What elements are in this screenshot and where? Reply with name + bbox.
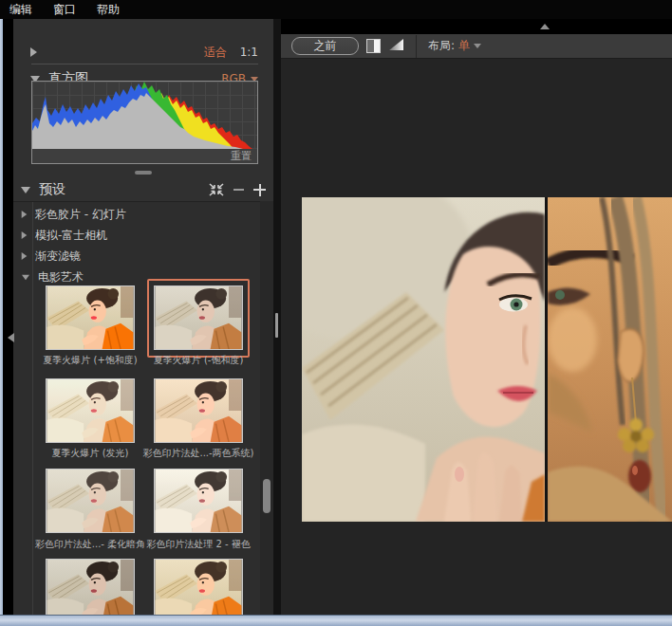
- one-to-one-zoom-button[interactable]: 1:1: [240, 46, 258, 59]
- preset-thumbnail-4[interactable]: [154, 378, 243, 443]
- category-label: 电影艺术: [38, 269, 84, 285]
- preset-thumbnail-3[interactable]: [46, 378, 135, 443]
- menu-help[interactable]: 帮助: [97, 2, 120, 18]
- menu-window[interactable]: 窗口: [53, 2, 76, 18]
- layout-value: 单: [458, 38, 470, 54]
- before-button[interactable]: 之前: [291, 37, 359, 55]
- image-canvas: [281, 59, 672, 615]
- category-label: 彩色胶片 - 幻灯片: [35, 207, 126, 223]
- chevron-down-icon: [474, 44, 481, 48]
- preset-label: 彩色印片法处理 2 - 褪色: [141, 538, 255, 551]
- left-collapse-rail: [3, 19, 13, 615]
- collapse-thumbnails-icon[interactable]: [209, 183, 224, 196]
- panel-divider[interactable]: [273, 19, 281, 615]
- collapse-icon: [22, 274, 29, 280]
- expand-navigator-icon[interactable]: [30, 47, 37, 57]
- collapse-top-panel-icon[interactable]: [540, 24, 550, 29]
- presets-scrollbar-track[interactable]: [260, 201, 273, 615]
- grid-view-icon[interactable]: [187, 184, 199, 196]
- separator: [31, 64, 258, 64]
- histogram-curves: [32, 82, 257, 149]
- portrait-photo: [302, 197, 672, 522]
- preview-toolbar: 之前 布局: 单: [281, 34, 672, 59]
- preset-thumbnail-2-selected[interactable]: [154, 285, 243, 350]
- split-preview-icon[interactable]: [366, 39, 381, 53]
- preset-label: 夏季火爆片 (发光): [33, 447, 147, 460]
- preset-thumbnail-8[interactable]: [154, 559, 243, 615]
- layout-dropdown[interactable]: 布局: 单: [428, 38, 481, 54]
- left-panel: 适合 1:1 直方图 RGB 重置 预设: [13, 19, 273, 615]
- category-label: 模拟-富士相机: [35, 228, 107, 244]
- preset-thumbnail-5[interactable]: [46, 469, 135, 533]
- work-area: 之前 布局: 单: [281, 19, 672, 615]
- add-preset-icon[interactable]: [253, 184, 266, 196]
- preset-category-gradient-filter[interactable]: 渐变滤镜: [21, 247, 258, 266]
- panel-resize-handle[interactable]: [135, 171, 152, 175]
- fit-zoom-button[interactable]: 适合: [204, 45, 227, 61]
- presets-list: 彩色胶片 - 幻灯片 模拟-富士相机 渐变滤镜 电影艺术 夏季火爆片 (+饱和度…: [13, 201, 273, 615]
- layout-label: 布局:: [428, 38, 455, 54]
- before-after-split-line[interactable]: [545, 197, 548, 522]
- presets-scrollbar-thumb[interactable]: [263, 479, 271, 513]
- preset-label: 夏季火爆片 (-饱和度): [141, 354, 255, 367]
- soft-proof-icon[interactable]: [388, 37, 404, 55]
- reset-button[interactable]: 重置: [231, 149, 252, 163]
- expand-icon: [22, 231, 28, 239]
- divider-grip[interactable]: [275, 313, 278, 338]
- preset-label: 夏季火爆片 (+饱和度): [33, 354, 147, 367]
- top-collapse-rail: [281, 19, 672, 34]
- menu-edit[interactable]: 编辑: [9, 2, 32, 18]
- histogram-panel: 重置: [31, 81, 258, 164]
- window-bottom-bar: [0, 615, 672, 626]
- category-label: 渐变滤镜: [35, 249, 81, 265]
- preset-label: 彩色印片法处...-两色系统): [141, 447, 255, 460]
- presets-title: 预设: [39, 181, 65, 198]
- remove-preset-icon[interactable]: [233, 189, 244, 191]
- presets-header: 预设: [21, 180, 266, 199]
- navigator-header: 适合 1:1: [30, 44, 258, 61]
- toolbar-separator: [416, 35, 417, 58]
- menu-bar: 编辑 窗口 帮助: [0, 0, 672, 19]
- collapse-presets-icon[interactable]: [21, 187, 30, 193]
- collapse-left-panel-icon[interactable]: [8, 333, 14, 342]
- expand-icon: [22, 211, 28, 218]
- preset-category-fuji-sim[interactable]: 模拟-富士相机: [21, 226, 258, 245]
- before-after-preview[interactable]: [302, 197, 672, 522]
- expand-icon: [22, 252, 28, 260]
- preset-category-color-film[interactable]: 彩色胶片 - 幻灯片: [21, 205, 258, 224]
- histogram-plot[interactable]: [32, 82, 257, 149]
- histogram-footer: 重置: [32, 149, 257, 163]
- preset-thumbnail-1[interactable]: [46, 285, 135, 350]
- preset-thumbnail-6[interactable]: [154, 469, 243, 533]
- preset-label: 彩色印片法处...- 柔化暗角: [33, 538, 147, 551]
- preset-thumbnail-7[interactable]: [46, 559, 135, 615]
